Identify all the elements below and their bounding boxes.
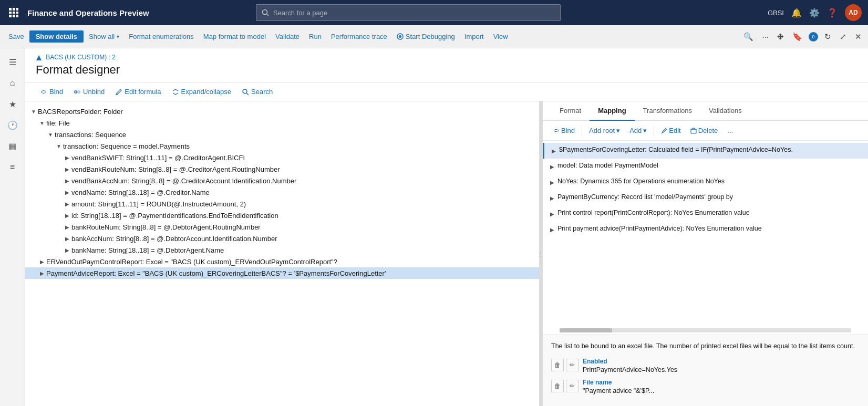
prop-edit-icon[interactable]: ✏ xyxy=(566,359,578,371)
nav-calendar-icon[interactable]: ▦ xyxy=(3,137,22,155)
tree-expand-btn[interactable]: ▶ xyxy=(63,188,71,196)
notification-icon[interactable]: 🔔 xyxy=(791,8,802,18)
nav-star-icon[interactable]: ★ xyxy=(3,95,22,113)
mapping-expand-btn[interactable]: ▶ xyxy=(547,177,557,188)
search-toolbar-icon[interactable]: 🔍 xyxy=(741,30,756,44)
mapping-expand-btn[interactable]: ▶ xyxy=(547,224,557,235)
search-button[interactable]: Search xyxy=(237,86,277,98)
mapping-expand-btn[interactable]: ▶ xyxy=(547,209,557,219)
tree-item[interactable]: ▶id: String[18..18] = @.PaymentIdentific… xyxy=(25,210,539,221)
tab-mapping[interactable]: Mapping xyxy=(590,101,634,121)
mapping-item[interactable]: ▶$PaymentsForCoveringLetter: Calculated … xyxy=(543,143,868,159)
add-button[interactable]: Add ▾ xyxy=(626,125,650,136)
more-button[interactable]: ... xyxy=(724,125,737,136)
mapping-item[interactable]: ▶Print payment advice(PrintPaymentAdvice… xyxy=(543,222,868,237)
tree-item-text: PaymentAdviceReport: Excel = "BACS (UK c… xyxy=(46,269,386,277)
mapping-item[interactable]: ▶PaymentByCurrency: Record list 'model/P… xyxy=(543,190,868,206)
tree-expand-btn[interactable]: ▼ xyxy=(29,107,38,116)
mapping-tree[interactable]: ▶$PaymentsForCoveringLetter: Calculated … xyxy=(543,141,868,326)
tree-expand-btn[interactable]: ▼ xyxy=(55,142,63,150)
expand-collapse-button[interactable]: Expand/collapse xyxy=(168,86,235,98)
save-button[interactable]: Save xyxy=(4,30,28,43)
unbind-button[interactable]: Unbind xyxy=(69,86,109,98)
settings-icon[interactable]: ⚙️ xyxy=(809,8,820,18)
tree-expand-btn[interactable]: ▶ xyxy=(63,246,71,254)
tab-validations[interactable]: Validations xyxy=(700,101,750,121)
nav-list-icon[interactable]: ≡ xyxy=(3,158,22,176)
edit-formula-button[interactable]: Edit formula xyxy=(111,86,165,98)
expand-icon[interactable]: ⤢ xyxy=(838,30,849,44)
user-avatar[interactable]: AD xyxy=(845,4,862,21)
more-options-icon[interactable]: ··· xyxy=(760,30,771,43)
tree-expand-btn[interactable]: ▶ xyxy=(63,211,71,220)
search-bar[interactable] xyxy=(256,4,561,21)
right-sep2 xyxy=(654,126,654,136)
tree-item[interactable]: ▶vendBankRouteNum: String[8..8] = @.Cred… xyxy=(25,163,539,175)
mapping-scroll-track[interactable] xyxy=(560,328,851,332)
format-enumerations-button[interactable]: Format enumerations xyxy=(125,30,198,43)
prop-edit-icon-2[interactable]: ✏ xyxy=(566,380,578,392)
tree-expand-btn[interactable]: ▶ xyxy=(63,200,71,208)
prop-delete-icon-2[interactable]: 🗑 xyxy=(551,380,564,392)
edit-button[interactable]: Edit xyxy=(657,125,684,136)
map-format-to-model-button[interactable]: Map format to model xyxy=(199,30,270,43)
nav-recent-icon[interactable]: 🕐 xyxy=(3,116,22,134)
add-root-button[interactable]: Add root ▾ xyxy=(585,125,624,136)
nav-home-icon[interactable]: ⌂ xyxy=(3,74,22,92)
tree-item[interactable]: ▶vendBankSWIFT: String[11..11] = @.Credi… xyxy=(25,152,539,163)
tree-item[interactable]: ▶bankName: String[18..18] = @.DebtorAgen… xyxy=(25,244,539,256)
mapping-item[interactable]: ▶Print control report(PrintControlReport… xyxy=(543,206,868,222)
view-button[interactable]: View xyxy=(489,30,512,43)
tree-item[interactable]: ▶bankAccNum: String[8..8] = @.DebtorAcco… xyxy=(25,233,539,244)
tree-item[interactable]: ▼transactions: Sequence xyxy=(25,129,539,140)
tree-expand-btn[interactable]: ▶ xyxy=(38,257,46,266)
mapping-expand-btn[interactable]: ▶ xyxy=(547,193,557,203)
validate-button[interactable]: Validate xyxy=(271,30,304,43)
run-button[interactable]: Run xyxy=(305,30,326,43)
tree-pane[interactable]: ▼BACSReportsFolder: Folder▼file: File▼tr… xyxy=(25,101,539,406)
bookmark-icon[interactable]: 🔖 xyxy=(790,30,804,44)
tree-expand-btn[interactable]: ▶ xyxy=(63,165,71,173)
tree-expand-btn[interactable]: ▶ xyxy=(63,153,71,162)
mapping-expand-btn[interactable]: ▶ xyxy=(549,145,559,156)
tab-transformations[interactable]: Transformations xyxy=(635,101,700,121)
designer-toolbar: Bind Unbind Edit formula xyxy=(25,82,868,101)
show-all-button[interactable]: Show all ▾ xyxy=(85,30,123,43)
mapping-item[interactable]: ▶NoYes: Dynamics 365 for Operations enum… xyxy=(543,174,868,190)
tree-item[interactable]: ▶bankRouteNum: String[8..8] = @.DebtorAg… xyxy=(25,221,539,233)
tree-item[interactable]: ▶vendBankAccNum: String[8..8] = @.Credit… xyxy=(25,175,539,186)
mapping-expand-btn[interactable]: ▶ xyxy=(547,161,557,172)
tree-expand-btn[interactable]: ▶ xyxy=(63,234,71,243)
waffle-icon[interactable] xyxy=(6,5,21,20)
show-details-button[interactable]: Show details xyxy=(29,30,84,43)
refresh-icon[interactable]: ↻ xyxy=(822,30,833,44)
tree-expand-btn[interactable]: ▶ xyxy=(63,223,71,231)
tree-expand-btn[interactable]: ▶ xyxy=(63,176,71,185)
prop-delete-icon[interactable]: 🗑 xyxy=(551,359,564,371)
close-icon[interactable]: ✕ xyxy=(853,30,864,44)
import-button[interactable]: Import xyxy=(460,30,488,43)
tree-expand-btn[interactable]: ▼ xyxy=(46,130,55,139)
right-bind-button[interactable]: Bind xyxy=(549,125,578,136)
tree-item[interactable]: ▼file: File xyxy=(25,117,539,129)
search-input[interactable] xyxy=(273,9,555,17)
mapping-item[interactable]: ▶model: Data model PaymentModel xyxy=(543,159,868,174)
tree-item[interactable]: ▼BACSReportsFolder: Folder xyxy=(25,106,539,117)
nav-hamburger-icon[interactable]: ☰ xyxy=(3,53,22,71)
mapping-scrollbar[interactable] xyxy=(543,326,868,335)
delete-button[interactable]: Delete xyxy=(687,125,722,136)
tree-item[interactable]: ▶PaymentAdviceReport: Excel = "BACS (UK … xyxy=(25,267,539,279)
bind-button[interactable]: Bind xyxy=(36,86,67,98)
start-debugging-button[interactable]: Start Debugging xyxy=(392,30,459,43)
help-icon[interactable]: ❓ xyxy=(827,8,838,18)
tree-expand-btn[interactable]: ▶ xyxy=(38,269,46,277)
tree-item[interactable]: ▶amount: String[11..11] = ROUND(@.Instru… xyxy=(25,198,539,210)
tab-format[interactable]: Format xyxy=(551,101,590,121)
mapping-scroll-thumb[interactable] xyxy=(560,328,612,332)
tree-expand-btn[interactable]: ▼ xyxy=(38,119,46,127)
tree-item[interactable]: ▶ERVendOutPaymControlReport: Excel = "BA… xyxy=(25,256,539,267)
performance-trace-button[interactable]: Performance trace xyxy=(327,30,391,43)
tree-item[interactable]: ▼transaction: Sequence = model.Payments xyxy=(25,140,539,152)
settings-toolbar-icon[interactable]: ✤ xyxy=(775,30,786,44)
tree-item[interactable]: ▶vendName: String[18..18] = @.Creditor.N… xyxy=(25,186,539,198)
